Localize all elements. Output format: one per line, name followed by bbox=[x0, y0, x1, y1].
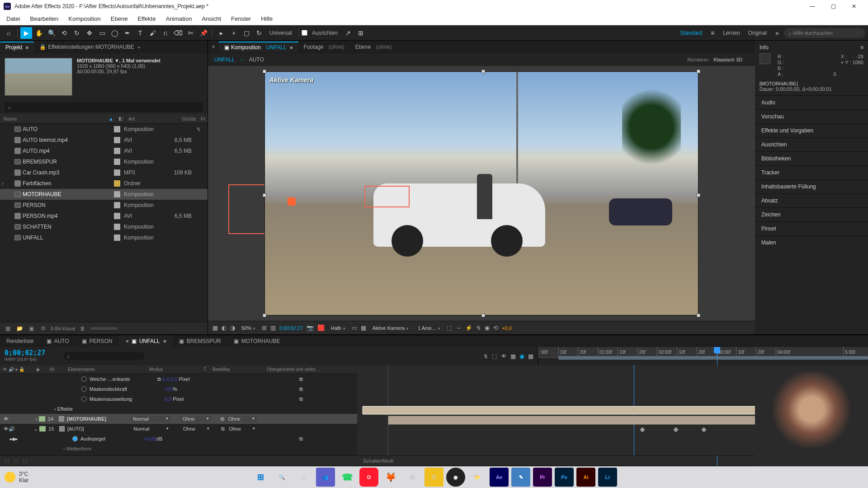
frame-blend-icon[interactable]: ▦ bbox=[510, 353, 516, 360]
layer-color-tag[interactable] bbox=[39, 426, 46, 432]
item-label-tag[interactable] bbox=[114, 180, 120, 187]
home-icon[interactable]: ⌂ bbox=[3, 27, 14, 39]
breadcrumb-auto[interactable]: AUTO bbox=[249, 56, 264, 63]
stopwatch-icon[interactable] bbox=[81, 396, 87, 402]
item-label-tag[interactable] bbox=[114, 191, 120, 197]
hand-tool-icon[interactable]: ✋ bbox=[33, 27, 45, 39]
orbit-tool-icon[interactable]: ⟲ bbox=[58, 27, 70, 39]
parent-pickwhip-icon[interactable]: ⧉ bbox=[299, 396, 303, 402]
parent-select[interactable]: Ohne ▾ bbox=[226, 416, 257, 422]
col-fr[interactable]: Fr… bbox=[201, 116, 208, 122]
trash-icon[interactable]: 🗑 bbox=[79, 324, 87, 333]
link-icon[interactable]: ⧉ bbox=[157, 376, 162, 382]
workspace-original[interactable]: Original bbox=[745, 30, 770, 36]
panel-accordion[interactable]: Audio bbox=[755, 95, 868, 109]
minimize-button[interactable]: — bbox=[802, 0, 823, 13]
tab-projekt[interactable]: Projekt ≡ bbox=[0, 42, 34, 52]
prop-audiopegel[interactable]: ◂ ◆ ▸ Audiopegel +0,00 dB ⧉ bbox=[0, 434, 357, 444]
app-icon[interactable]: 🗒 bbox=[425, 468, 443, 487]
audiopegel-value[interactable]: +0,00 bbox=[144, 436, 156, 441]
tab-menu-icon[interactable]: ≡ bbox=[163, 338, 166, 344]
project-item[interactable]: PERSON.mp4AVI6,5 MB bbox=[0, 211, 208, 221]
new-comp-icon[interactable]: ▣ bbox=[27, 324, 35, 333]
expand-icon[interactable]: ⌄ bbox=[34, 426, 39, 432]
item-label-tag[interactable] bbox=[114, 202, 120, 208]
anchor-tool-icon[interactable]: ✥ bbox=[84, 27, 95, 39]
guides-icon[interactable]: ▥ bbox=[270, 324, 276, 331]
menu-datei[interactable]: Datei bbox=[2, 14, 24, 24]
zoom-tool-icon[interactable]: 🔍 bbox=[46, 27, 57, 39]
expand-icon[interactable]: › bbox=[63, 446, 66, 451]
workspace-more-icon[interactable]: » bbox=[771, 27, 783, 39]
parent-pickwhip-icon[interactable]: ⧉ bbox=[221, 426, 226, 432]
pen-tool-icon[interactable]: ✒ bbox=[122, 27, 133, 39]
item-label-tag[interactable] bbox=[114, 169, 120, 176]
obs-icon[interactable]: ◉ bbox=[446, 468, 465, 487]
settings-icon[interactable]: ⚙ bbox=[39, 324, 47, 333]
interpret-footage-icon[interactable]: ▦ bbox=[4, 324, 12, 333]
col-modus[interactable]: Modus bbox=[149, 367, 203, 372]
group-effekte[interactable]: › Effekte bbox=[0, 404, 357, 414]
flowchart-icon[interactable]: ◉ bbox=[485, 324, 490, 331]
menu-ebene[interactable]: Ebene bbox=[106, 14, 132, 24]
panel-accordion[interactable]: Bibliotheken bbox=[755, 151, 868, 165]
blend-mode-select[interactable]: Normal ▾ bbox=[130, 416, 171, 422]
explorer-icon[interactable]: 📁 bbox=[468, 468, 487, 487]
expand-icon[interactable]: › bbox=[36, 416, 39, 422]
tab-menu-icon[interactable]: ≡ bbox=[26, 45, 28, 50]
parent-select[interactable]: Ohne ▾ bbox=[226, 426, 258, 432]
whatsapp-icon[interactable]: ☎ bbox=[338, 468, 357, 487]
after-effects-icon[interactable]: Ae bbox=[490, 468, 509, 487]
tab-effekteinstellungen[interactable]: 🔒 Effekteinstellungen MOTORHAUBE » bbox=[34, 42, 146, 52]
visibility-icon[interactable]: 👁 bbox=[4, 426, 9, 432]
tl-tab-motorhaube[interactable]: ▣MOTORHAUBE bbox=[227, 335, 287, 347]
sel-handle-mr[interactable] bbox=[697, 193, 700, 197]
work-area-bar[interactable] bbox=[558, 356, 868, 360]
layer-14-name[interactable]: [MOTORHAUBE] bbox=[67, 416, 130, 422]
maximize-button[interactable]: ▢ bbox=[823, 0, 844, 13]
tl-tab-auto[interactable]: ▣AUTO bbox=[40, 335, 75, 347]
col-nr[interactable]: Nr. bbox=[50, 367, 68, 372]
tab-ebene[interactable]: Ebene (ohne) bbox=[350, 42, 397, 52]
playhead[interactable] bbox=[714, 347, 720, 353]
app-icon[interactable]: 🏛 bbox=[403, 468, 422, 487]
project-item[interactable]: UNFALLKomposition bbox=[0, 232, 208, 243]
menu-animation[interactable]: Animation bbox=[161, 14, 197, 24]
photoshop-icon[interactable]: Ps bbox=[555, 468, 574, 487]
workspace-lernen[interactable]: Lernen bbox=[719, 30, 743, 36]
start-button[interactable]: ⊞ bbox=[251, 468, 270, 487]
stopwatch-icon[interactable] bbox=[81, 376, 87, 382]
menu-ansicht[interactable]: Ansicht bbox=[197, 14, 226, 24]
tab-menu-icon[interactable]: ≡ bbox=[290, 45, 293, 50]
panel-accordion[interactable]: Ausrichten bbox=[755, 137, 868, 151]
keyframe[interactable] bbox=[640, 427, 645, 432]
pixel-ar-icon[interactable]: ↔ bbox=[456, 324, 462, 331]
project-item[interactable]: AUTO bremst.mp4AVI6,5 MB bbox=[0, 135, 208, 145]
selection-tool-icon[interactable]: ▶ bbox=[20, 27, 32, 39]
panel-accordion[interactable]: Malen bbox=[755, 235, 868, 249]
parent-pickwhip-icon[interactable]: ⧉ bbox=[299, 436, 303, 442]
mask-icon[interactable]: ◑ bbox=[230, 324, 235, 331]
panel-menu-icon[interactable]: ≡ bbox=[860, 44, 863, 51]
illustrator-icon[interactable]: Ai bbox=[576, 468, 595, 487]
draft3d-icon[interactable]: ⬚ bbox=[492, 353, 497, 360]
roto-tool-icon[interactable]: ✄ bbox=[185, 27, 197, 39]
tab-composition[interactable]: ▣ Komposition UNFALL ≡ bbox=[219, 42, 298, 52]
workspace-menu-icon[interactable]: ≡ bbox=[707, 27, 718, 39]
search-button[interactable]: 🔍 bbox=[273, 468, 292, 487]
panel-accordion[interactable]: Effekte und Vorgaben bbox=[755, 123, 868, 137]
item-label-tag[interactable] bbox=[114, 159, 120, 165]
snapshot-icon[interactable]: 📷 bbox=[307, 324, 314, 331]
renderer-selector[interactable]: Renderer: Klassisch 3D bbox=[687, 57, 749, 62]
motion-blur-icon[interactable]: ◉ bbox=[519, 353, 524, 360]
toggle-switches-icon[interactable]: ⬚ bbox=[5, 458, 9, 464]
col-t[interactable]: T bbox=[203, 367, 212, 372]
views-count-select[interactable]: 1 Ansi…▾ bbox=[415, 324, 443, 332]
rotate-tool-icon[interactable]: ↻ bbox=[71, 27, 83, 39]
current-time[interactable]: 0;00;02;27 bbox=[279, 325, 303, 331]
item-label-tag[interactable] bbox=[114, 224, 120, 230]
tl-tab-unfall[interactable]: ×▣UNFALL≡ bbox=[119, 335, 173, 347]
col-tag[interactable]: ◧ bbox=[118, 116, 128, 122]
item-label-tag[interactable] bbox=[114, 126, 120, 132]
transparency-icon[interactable]: ▦ bbox=[361, 324, 366, 331]
